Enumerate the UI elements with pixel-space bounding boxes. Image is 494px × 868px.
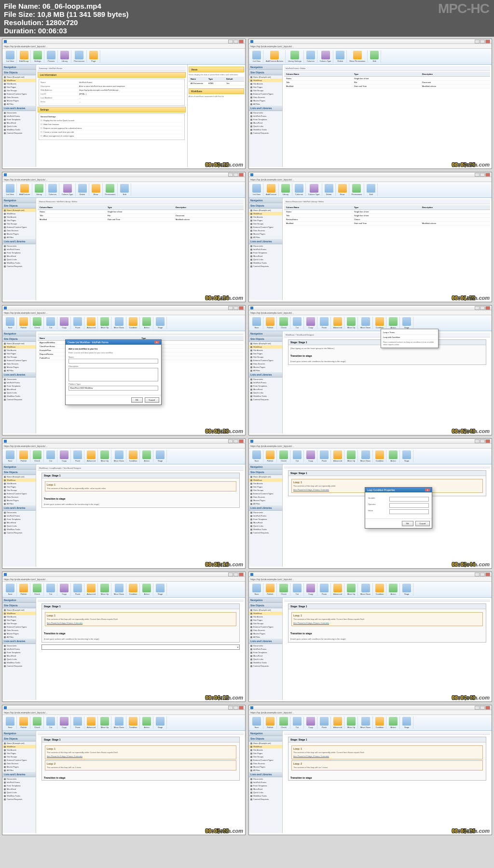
ribbon-button[interactable]: Permissions <box>72 50 87 63</box>
ribbon-button[interactable]: Publish <box>17 317 30 329</box>
ribbon-button[interactable]: Delete <box>334 50 347 63</box>
nav-item[interactable]: All Files <box>2 769 36 772</box>
nav-item[interactable]: Home (Example.net) <box>249 608 282 612</box>
ribbon-button[interactable]: Advanced <box>85 450 98 462</box>
nav-item[interactable]: Documents <box>249 244 282 248</box>
nav-item[interactable]: InfoPath Forms <box>2 248 36 251</box>
nav-item[interactable]: InfoPath Forms <box>2 514 36 518</box>
breadcrumb[interactable] <box>284 466 490 468</box>
nav-item[interactable]: All Files <box>2 102 36 106</box>
ribbon-button[interactable]: Copy <box>304 317 317 329</box>
nav-item[interactable]: InfoPath Forms <box>2 781 36 784</box>
nav-item[interactable]: MicroFeed <box>2 654 36 658</box>
ribbon-button[interactable]: Advanced <box>331 450 344 462</box>
nav-item[interactable]: Workflows <box>2 212 36 215</box>
nav-item[interactable]: External Content Types <box>249 225 282 229</box>
ribbon-button[interactable]: Stage <box>154 450 167 462</box>
address-bar[interactable]: https://sp.lynda.example.com/_layouts/..… <box>2 710 245 715</box>
loop-block[interactable]: Loop: 1The contents of this loop will ru… <box>291 745 483 759</box>
address-bar[interactable]: https://sp.lynda.example.com/_layouts/..… <box>249 710 492 715</box>
ribbon-button[interactable]: Check <box>31 583 44 596</box>
breadcrumb[interactable] <box>38 599 244 602</box>
maximize-button[interactable] <box>480 40 485 43</box>
address-bar[interactable]: https://sp.lynda.example.com/_layouts/..… <box>249 310 492 315</box>
ribbon-button[interactable]: Edit <box>368 50 381 63</box>
nav-item[interactable]: Site Pages <box>249 219 282 222</box>
nav-item[interactable]: Form Templates <box>249 518 282 521</box>
nav-item[interactable]: Quick Links <box>249 125 282 128</box>
nav-item[interactable]: Site Assets <box>2 349 36 352</box>
platform-select[interactable]: SharePoint 2013 Workflow <box>69 386 158 391</box>
table-row[interactable]: StatusSingle line of text <box>38 210 244 214</box>
nav-item[interactable]: Site Pages <box>2 219 36 222</box>
loop-block[interactable]: Loop: 2The contents of this loop will ru… <box>291 760 483 770</box>
property-input[interactable] <box>389 509 429 514</box>
ribbon-button[interactable]: Move Up <box>345 450 358 462</box>
ribbon-button[interactable]: Stage <box>154 583 167 596</box>
maximize-button[interactable] <box>480 439 485 443</box>
name-input[interactable] <box>69 359 158 364</box>
breadcrumb[interactable]: Workflows • LoopExample • Text-Based Des… <box>38 466 244 471</box>
nav-item[interactable]: Site Assets <box>2 82 36 85</box>
nav-item[interactable]: Site Assets <box>249 215 282 219</box>
nav-item[interactable]: Site Groups <box>249 89 282 92</box>
nav-item[interactable]: Home (Example.net) <box>249 475 282 478</box>
nav-item[interactable]: Workflow Tasks <box>2 261 36 265</box>
close-button[interactable] <box>485 573 490 576</box>
nav-item[interactable]: Form Templates <box>249 251 282 254</box>
nav-item[interactable]: MicroFeed <box>249 254 282 258</box>
nav-item[interactable]: Quick Links <box>2 391 36 394</box>
close-icon[interactable]: × <box>425 489 430 491</box>
nav-item[interactable]: External Content Types <box>2 758 36 762</box>
nav-item[interactable]: Content Requests <box>249 131 282 135</box>
nav-item[interactable]: Form Templates <box>249 784 282 787</box>
ribbon-button[interactable]: Publish <box>264 317 277 329</box>
minimize-button[interactable] <box>475 173 480 177</box>
minimize-button[interactable] <box>475 706 480 710</box>
nav-item[interactable]: Home (Example.net) <box>2 742 36 745</box>
ribbon-button[interactable]: Stage <box>400 716 413 729</box>
workflow-stage[interactable]: Stage: Stage 1Loop: 1The contents of thi… <box>288 603 486 643</box>
ribbon-button[interactable]: Cut <box>291 716 304 729</box>
nav-item[interactable]: All Files <box>249 369 282 372</box>
nav-item[interactable]: Home (Example.net) <box>2 209 36 212</box>
address-bar[interactable]: https://sp.lynda.example.com/_layouts/..… <box>249 44 492 49</box>
workflow-stage[interactable]: Stage: Stage 1Loop: 1The contents of thi… <box>41 473 240 508</box>
nav-item[interactable]: Workflows <box>249 612 282 615</box>
ribbon-button[interactable]: Paste <box>318 583 331 596</box>
ribbon-button[interactable]: Check <box>277 317 290 329</box>
nav-item[interactable]: Site Pages <box>249 752 282 755</box>
nav-item[interactable]: External Content Types <box>2 492 36 495</box>
nav-item[interactable]: Workflow Tasks <box>249 528 282 531</box>
ribbon-button[interactable]: Edit <box>118 183 131 196</box>
ribbon-button[interactable]: Action <box>140 317 153 329</box>
nav-item[interactable]: Documents <box>2 511 36 514</box>
maximize-button[interactable] <box>233 439 238 443</box>
nav-item[interactable]: Workflows <box>2 478 36 482</box>
nav-item[interactable]: Master Pages <box>2 499 36 502</box>
nav-item[interactable]: Home (Example.net) <box>2 75 36 79</box>
maximize-button[interactable] <box>233 173 238 177</box>
nav-item[interactable]: Quick Links <box>249 391 282 394</box>
nav-item[interactable]: InfoPath Forms <box>2 647 36 651</box>
nav-item[interactable]: Site Assets <box>2 748 36 752</box>
nav-item[interactable]: InfoPath Forms <box>2 114 36 118</box>
maximize-button[interactable] <box>480 573 485 576</box>
nav-item[interactable]: Workflow Tasks <box>249 128 282 131</box>
ribbon-button[interactable]: Columns <box>46 183 59 196</box>
nav-item[interactable]: Quick Links <box>249 258 282 261</box>
checkbox-option[interactable]: ☐Require content approval for submitted … <box>41 126 183 130</box>
maximize-button[interactable] <box>233 706 238 710</box>
ribbon-button[interactable]: Cut <box>44 450 57 462</box>
ribbon-button[interactable]: Paste <box>71 583 84 596</box>
nav-item[interactable]: Documents <box>249 511 282 514</box>
cancel-button[interactable]: Cancel <box>415 521 430 526</box>
nav-item[interactable]: Form Templates <box>249 118 282 121</box>
nav-item[interactable]: Content Requests <box>249 664 282 668</box>
loop-block[interactable]: Loop: 1The contents of this loop will ru… <box>291 612 483 626</box>
nav-item[interactable]: Content Requests <box>249 265 282 268</box>
ribbon-button[interactable]: Paste <box>71 716 84 729</box>
ribbon-button[interactable]: Add/Custom Actions <box>264 50 286 63</box>
address-bar[interactable]: https://sp.lynda.example.com/_layouts/..… <box>2 577 245 582</box>
nav-item[interactable]: Data Sources <box>2 495 36 499</box>
